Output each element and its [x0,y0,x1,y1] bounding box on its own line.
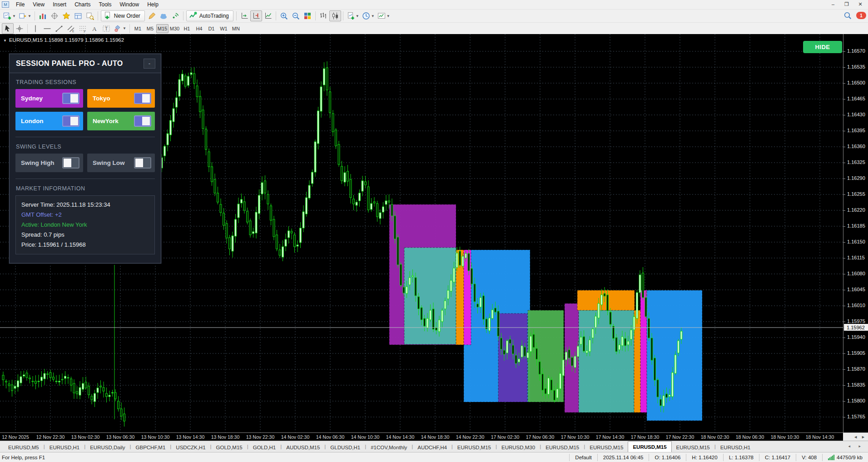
price-axis-label: 1.15975 [847,318,865,324]
trendline-icon[interactable] [53,23,65,34]
chart-area[interactable]: ▼EURUSD,M15 1.15898 1.15979 1.15896 1.15… [0,34,843,432]
timeframe-h1[interactable]: H1 [181,24,193,33]
toggle-switch[interactable] [62,157,79,169]
scroll-corner[interactable]: ◄► [843,432,868,441]
sydney-tokyo-overlap-2 [579,310,634,412]
timeframe-m5[interactable]: M5 [144,24,156,33]
chart-tab-gold-h1[interactable]: GOLD,H1 [248,442,281,452]
algo-cloud-icon[interactable] [158,10,169,21]
menu-insert[interactable]: Insert [49,0,70,9]
chart-tab-gbpchf-m1[interactable]: GBPCHF,M1 [131,442,170,452]
scroll-left-icon[interactable]: ◄ [853,435,858,439]
strategy-tester-icon[interactable] [84,10,96,21]
chart-shift-icon[interactable] [250,10,262,21]
open-profile-icon[interactable]: ▼ [17,10,33,21]
session-label: NewYork [93,118,119,124]
time-axis-label: 13 Nov 14:30 [176,434,204,440]
autotrading-button[interactable]: AutoTrading [186,10,233,21]
indicators-icon[interactable]: ▼ [345,10,361,21]
session-toggle-tokyo[interactable]: Tokyo [87,89,155,108]
templates-icon[interactable]: ▼ [376,10,392,21]
cursor-icon[interactable] [2,23,14,34]
chart-tab-eurusd-m15[interactable]: EURUSD,M15 [541,442,584,452]
menu-file[interactable]: File [12,0,29,9]
time-axis-label: 18 Nov 06:30 [736,434,764,440]
time-axis[interactable]: 12 Nov 202512 Nov 22:3013 Nov 02:3013 No… [0,432,843,441]
chart-tab-audchf-h4[interactable]: AUDCHF,H4 [413,442,451,452]
bar-chart-icon[interactable] [317,10,329,21]
timeframe-h4[interactable]: H4 [193,24,205,33]
toggle-switch[interactable] [134,93,151,104]
new-chart-icon[interactable]: ▼ [2,10,17,21]
shapes-icon[interactable]: ▼ [112,23,128,34]
minimize-button[interactable]: – [826,0,840,8]
session-toggle-london[interactable]: London [15,112,83,130]
price-axis[interactable]: 1.165701.165351.165001.164651.164301.163… [843,34,868,432]
menu-window[interactable]: Window [116,0,144,9]
new-order-button[interactable]: New Order [101,10,145,21]
chart-tab-eurusd-m30[interactable]: EURUSD,M30 [497,442,540,452]
timeframe-m30[interactable]: M30 [169,24,181,33]
chart-tab-eurusd-m15[interactable]: EURUSD,M15 [628,441,671,452]
toolbox-icon[interactable] [72,10,84,21]
timeframe-m15[interactable]: M15 [156,24,169,33]
menu-view[interactable]: View [29,0,49,9]
menu-help[interactable]: Help [143,0,163,9]
scroll-right-icon[interactable]: ► [861,435,865,439]
chart-tab-gold-m15[interactable]: GOLD,M15 [212,442,247,452]
chart-tab-eurusd-m5[interactable]: EURUSD,M5 [4,442,44,452]
text-label-icon[interactable]: T [100,23,112,34]
signals-icon[interactable] [169,10,181,21]
close-button[interactable]: ✕ [853,0,867,8]
chart-tab-eurusd-m15[interactable]: EURUSD,M15 [672,442,714,452]
text-icon[interactable]: A [89,23,100,34]
chart-tab-eurusd-daily[interactable]: EURUSD,Daily [85,442,129,452]
swing-toggle-swing-low[interactable]: Swing Low [87,154,155,172]
tab-scroll-arrows[interactable]: ◂ ▸ [848,444,864,448]
timeframe-d1[interactable]: D1 [205,24,218,33]
equidistant-channel-icon[interactable]: E [65,23,77,34]
hide-button[interactable]: HIDE [803,41,842,53]
data-window-icon[interactable] [49,10,60,21]
session-toggle-newyork[interactable]: NewYork [87,112,155,130]
zoom-in-icon[interactable] [278,10,290,21]
swing-toggle-swing-high[interactable]: Swing High [15,154,83,172]
horizontal-line-icon[interactable] [41,23,53,34]
line-chart-icon[interactable] [262,10,274,21]
market-watch-icon[interactable] [37,10,49,21]
chart-tab-eurusd-m15[interactable]: EURUSD,M15 [585,442,628,452]
chart-tab-eurusd-m15[interactable]: EURUSD,M15 [453,442,496,452]
search-icon[interactable] [842,10,853,21]
zoom-out-icon[interactable] [290,10,302,21]
chart-tab-usdczk-h1[interactable]: USDCZK,H1 [171,442,210,452]
menu-tools[interactable]: Tools [95,0,116,9]
status-profile[interactable]: Default [569,454,597,461]
chart-tab-eurusd-h1[interactable]: EURUSD,H1 [716,442,755,452]
restore-button[interactable]: ❐ [840,0,853,8]
fibonacci-icon[interactable]: F [77,23,89,34]
timeframe-w1[interactable]: W1 [218,24,230,33]
auto-scroll-icon[interactable] [238,10,250,21]
navigator-icon[interactable] [60,10,72,21]
time-axis-label: 14 Nov 22:30 [456,434,484,440]
menu-charts[interactable]: Charts [70,0,94,9]
chart-tab-eurusd-h1[interactable]: EURUSD,H1 [45,442,84,452]
session-toggle-sydney[interactable]: Sydney [15,89,83,108]
toggle-switch[interactable] [62,115,79,127]
toggle-switch[interactable] [134,157,151,169]
chart-tab-gldusd-h1[interactable]: GLDUSD,H1 [326,442,365,452]
toggle-switch[interactable] [62,93,79,104]
toggle-switch[interactable] [134,115,151,127]
metaeditor-icon[interactable] [146,10,158,21]
vertical-line-icon[interactable] [30,23,41,34]
chart-tab--1cov-monthly[interactable]: #1COV,Monthly [366,442,412,452]
notification-badge[interactable]: 1 [856,12,866,19]
tile-windows-icon[interactable] [302,10,313,21]
timeframe-m1[interactable]: M1 [132,24,144,33]
timeframe-mn[interactable]: MN [230,24,242,33]
crosshair-icon[interactable] [14,23,25,34]
panel-minimize-button[interactable]: - [144,59,155,69]
periods-icon[interactable]: ▼ [361,10,376,21]
chart-tab-audusd-m15[interactable]: AUDUSD,M15 [282,442,324,452]
candle-chart-icon[interactable] [329,10,341,21]
